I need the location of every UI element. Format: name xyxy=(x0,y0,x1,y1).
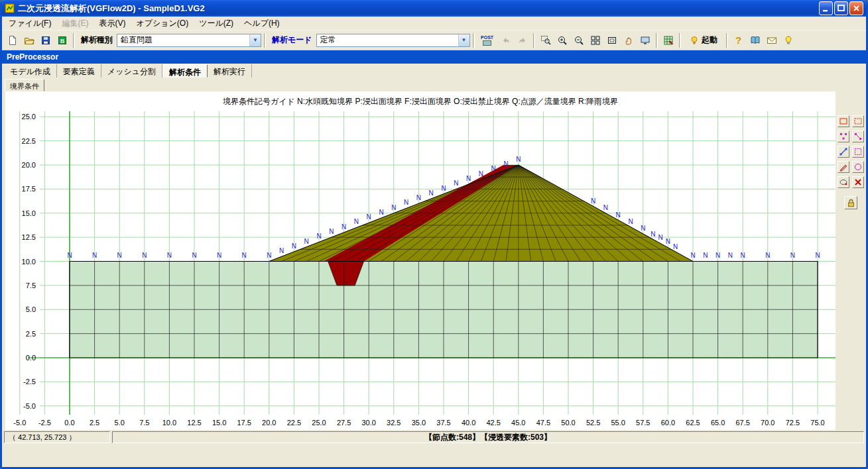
svg-text:N: N xyxy=(379,209,383,216)
pan-hand-icon xyxy=(623,35,634,46)
title-bar[interactable]: 二次元浸透流解析(VGFlow2D) - SampleD1.VG2 xyxy=(2,0,866,17)
menu-edit: 編集(E) xyxy=(56,16,93,31)
post-processor-button[interactable]: POST xyxy=(477,32,497,48)
analysis-type-value: 鉛直問題 xyxy=(117,34,249,46)
close-button[interactable] xyxy=(849,1,863,15)
svg-text:N: N xyxy=(416,194,421,201)
delete-cross-tool[interactable] xyxy=(852,176,864,188)
menu-tool[interactable]: ツール(Z) xyxy=(194,16,239,31)
svg-text:45.0: 45.0 xyxy=(511,419,525,427)
svg-text:55.0: 55.0 xyxy=(611,419,625,427)
svg-text:N: N xyxy=(217,252,221,259)
new-file-button[interactable] xyxy=(5,32,21,48)
tab-boundary-condition[interactable]: 境界条件 xyxy=(5,79,44,91)
svg-text:35.0: 35.0 xyxy=(412,419,426,427)
rect-select-icon xyxy=(839,117,848,126)
svg-text:37.5: 37.5 xyxy=(436,419,450,427)
zoom-extents-icon xyxy=(607,35,617,46)
svg-text:N: N xyxy=(242,252,247,259)
node-edit-tool[interactable] xyxy=(837,130,849,142)
svg-text:20.0: 20.0 xyxy=(262,419,276,427)
minimize-button[interactable] xyxy=(819,1,833,15)
svg-text:N: N xyxy=(658,234,663,241)
select-region-rect-tool[interactable] xyxy=(837,115,849,127)
svg-text:52.5: 52.5 xyxy=(586,419,600,427)
mail-button[interactable] xyxy=(764,32,780,48)
main-toolbar: B 解析種別 鉛直問題 ▼ 解析モード 定常 ▼ POST xyxy=(2,30,866,50)
help-button[interactable]: ? xyxy=(731,32,747,48)
svg-text:N: N xyxy=(267,252,271,259)
zoom-fit-button[interactable] xyxy=(588,32,603,48)
zoom-in-button[interactable] xyxy=(554,32,570,48)
tab-model-create[interactable]: モデル作成 xyxy=(4,64,57,78)
menu-option[interactable]: オプション(O) xyxy=(131,16,194,31)
delete-cross-icon xyxy=(853,178,863,187)
svg-text:N: N xyxy=(391,204,396,211)
dropdown-arrow-icon[interactable]: ▼ xyxy=(249,34,261,46)
svg-text:N: N xyxy=(616,211,621,219)
toolbar-separator xyxy=(679,33,681,48)
circle-select-tool[interactable] xyxy=(852,161,864,173)
zoom-window-button[interactable] xyxy=(538,32,554,48)
tab-analysis-condition[interactable]: 解析条件 xyxy=(162,64,208,78)
node-squares-icon xyxy=(839,132,848,141)
zoom-extents-button[interactable] xyxy=(604,32,620,48)
redo-icon xyxy=(517,35,528,46)
region-dashed-tool[interactable] xyxy=(852,146,864,158)
svg-text:-2.5: -2.5 xyxy=(38,419,51,427)
tab-analysis-run[interactable]: 解析実行 xyxy=(208,64,252,78)
mesh-plot[interactable]: -5.0-2.50.02.55.07.510.012.515.017.520.0… xyxy=(5,91,836,430)
open-file-button[interactable] xyxy=(21,32,37,48)
svg-text:32.5: 32.5 xyxy=(387,419,401,427)
menu-view[interactable]: 表示(V) xyxy=(93,16,131,31)
svg-text:12.5: 12.5 xyxy=(187,419,201,427)
tab-mesh-divide[interactable]: メッシュ分割 xyxy=(101,64,162,78)
ellipse-select-tool[interactable] xyxy=(837,176,849,188)
mail-envelope-icon xyxy=(767,35,777,46)
maximize-button[interactable] xyxy=(834,1,848,15)
manual-button[interactable] xyxy=(747,32,763,48)
select-region-dashed-tool[interactable] xyxy=(852,115,864,127)
mesh-counts: 【節点数:548】【浸透要素数:503】 xyxy=(112,431,864,443)
svg-text:N: N xyxy=(715,252,720,259)
analysis-type-select[interactable]: 鉛直問題 ▼ xyxy=(117,34,261,47)
svg-text:N: N xyxy=(316,233,321,240)
svg-text:60.0: 60.0 xyxy=(661,419,675,427)
bitmap-export-icon: B xyxy=(57,35,68,46)
pan-button[interactable] xyxy=(621,32,637,48)
tab-element-define[interactable]: 要素定義 xyxy=(57,64,101,78)
draw-line-tool[interactable] xyxy=(837,146,849,158)
dropdown-arrow-icon[interactable]: ▼ xyxy=(458,34,469,46)
tips-button[interactable] xyxy=(780,32,796,48)
svg-text:N: N xyxy=(67,252,72,259)
zoom-in-icon xyxy=(557,35,568,46)
launch-button[interactable]: 起動 xyxy=(684,32,723,48)
analysis-mode-select[interactable]: 定常 ▼ xyxy=(316,34,470,47)
svg-text:N: N xyxy=(304,238,309,245)
app-icon xyxy=(5,3,15,14)
node-link-tool[interactable] xyxy=(852,130,864,142)
svg-text:N: N xyxy=(429,189,434,197)
menu-file[interactable]: ファイル(F) xyxy=(3,16,56,31)
window-title: 二次元浸透流解析(VGFlow2D) - SampleD1.VG2 xyxy=(18,3,816,15)
svg-text:N: N xyxy=(192,252,196,259)
lock-icon xyxy=(846,198,856,208)
post-label: POST xyxy=(481,35,493,40)
image-export-button[interactable]: B xyxy=(54,32,70,48)
menu-help[interactable]: ヘルプ(H) xyxy=(239,16,285,31)
redraw-button[interactable] xyxy=(637,32,653,48)
svg-text:7.5: 7.5 xyxy=(139,419,149,427)
mesh-check-button[interactable] xyxy=(660,32,676,48)
svg-text:N: N xyxy=(815,252,820,259)
svg-text:N: N xyxy=(666,238,670,245)
subtab-bar: 境界条件 xyxy=(2,78,866,91)
pencil-edit-tool[interactable] xyxy=(837,161,849,173)
svg-text:15.0: 15.0 xyxy=(212,419,226,427)
svg-text:-5.0: -5.0 xyxy=(13,419,26,427)
svg-text:N: N xyxy=(466,175,471,182)
save-button[interactable] xyxy=(38,32,54,48)
zoom-out-button[interactable] xyxy=(571,32,587,48)
lock-tool[interactable] xyxy=(844,196,857,209)
svg-text:N: N xyxy=(479,170,483,178)
model-canvas[interactable]: -5.0-2.50.02.55.07.510.012.515.017.520.0… xyxy=(5,91,836,430)
